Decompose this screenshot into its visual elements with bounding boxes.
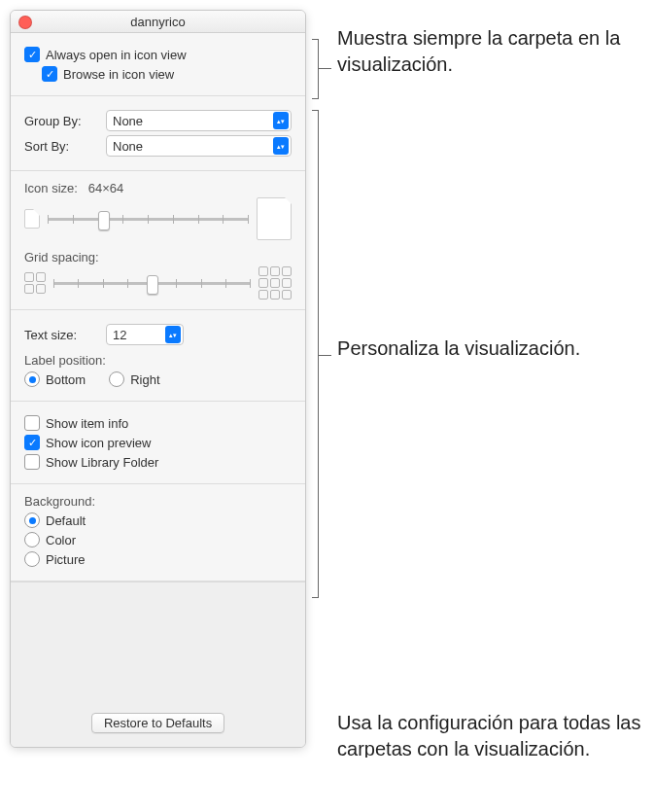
- show-icon-preview-checkbox[interactable]: ✓: [24, 435, 40, 450]
- show-library-checkbox[interactable]: [24, 454, 40, 470]
- sort-by-value: None: [113, 139, 143, 154]
- sort-by-label: Sort By:: [24, 139, 100, 154]
- always-open-checkbox[interactable]: ✓: [24, 47, 40, 62]
- icon-size-label: Icon size:: [24, 181, 78, 195]
- chevron-updown-icon: ▴▾: [273, 137, 289, 155]
- show-library-label: Show Library Folder: [46, 455, 158, 470]
- grid-spacing-slider[interactable]: [53, 273, 251, 293]
- file-small-icon: [24, 209, 40, 229]
- label-bottom-text: Bottom: [46, 372, 86, 387]
- sort-by-select[interactable]: None ▴▾: [106, 135, 292, 157]
- browse-label: Browse in icon view: [63, 67, 174, 82]
- titlebar: dannyrico: [11, 11, 305, 33]
- annotation-1: Muestra siempre la carpeta en la visuali…: [337, 25, 644, 78]
- icon-size-value: 64×64: [88, 181, 124, 195]
- restore-defaults-button[interactable]: Restore to Defaults: [91, 713, 224, 733]
- browse-checkbox[interactable]: ✓: [42, 66, 57, 82]
- label-right-radio[interactable]: [109, 371, 124, 387]
- grid-spacing-label: Grid spacing:: [24, 250, 292, 265]
- label-bottom-radio[interactable]: [24, 371, 40, 387]
- text-size-value: 12: [113, 328, 126, 342]
- restore-defaults-label: Restore to Defaults: [104, 716, 212, 730]
- group-by-value: None: [113, 114, 143, 128]
- label-right-text: Right: [130, 372, 159, 387]
- chevron-updown-icon: ▴▾: [165, 326, 181, 343]
- bg-default-label: Default: [46, 513, 86, 528]
- grid-loose-icon: [258, 266, 292, 300]
- bg-default-radio[interactable]: [24, 512, 40, 528]
- close-icon[interactable]: [18, 16, 32, 29]
- view-options-panel: dannyrico ✓ Always open in icon view ✓ B…: [10, 10, 306, 748]
- bg-picture-radio[interactable]: [24, 551, 40, 567]
- label-position-label: Label position:: [24, 353, 292, 368]
- annotation-3: Usa la configuración para todas las carp…: [337, 710, 644, 758]
- background-label: Background:: [24, 494, 292, 509]
- annotation-2: Personaliza la visualización.: [337, 335, 580, 362]
- bg-color-label: Color: [46, 533, 76, 547]
- show-item-info-checkbox[interactable]: [24, 415, 40, 431]
- file-large-icon: [257, 197, 292, 240]
- group-by-label: Group By:: [24, 114, 100, 128]
- bg-picture-label: Picture: [46, 552, 85, 567]
- group-by-select[interactable]: None ▴▾: [106, 110, 292, 131]
- always-open-label: Always open in icon view: [46, 48, 187, 62]
- text-size-label: Text size:: [24, 328, 100, 342]
- text-size-select[interactable]: 12 ▴▾: [106, 324, 184, 345]
- grid-tight-icon: [24, 272, 46, 294]
- bg-color-radio[interactable]: [24, 532, 40, 547]
- window-title: dannyrico: [130, 15, 185, 29]
- show-item-info-label: Show item info: [46, 416, 128, 431]
- chevron-updown-icon: ▴▾: [273, 112, 289, 129]
- show-icon-preview-label: Show icon preview: [46, 436, 151, 450]
- icon-size-slider[interactable]: [48, 209, 249, 229]
